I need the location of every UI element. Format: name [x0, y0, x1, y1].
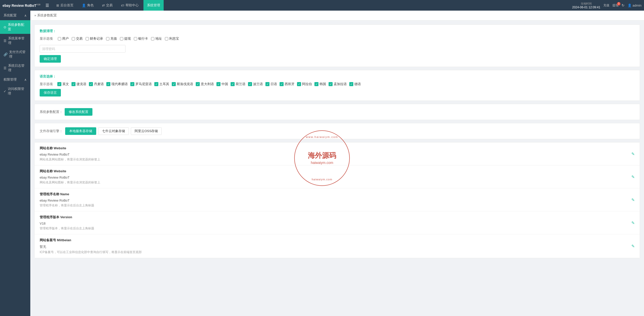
- lang-pl[interactable]: ✓波兰语: [248, 82, 263, 86]
- save-language-button[interactable]: 保存语言: [40, 89, 61, 96]
- app-version: V18: [36, 3, 40, 6]
- lang-ms[interactable]: ✓孟加拉语: [329, 82, 347, 86]
- lang-nl[interactable]: ✓荷兰语: [231, 82, 245, 86]
- recharge-link[interactable]: 充值: [603, 3, 609, 8]
- lang-it[interactable]: ✓意大利语: [196, 82, 214, 86]
- top-nav: ebay Review RoBoTV18 ☰ ⊞后台首页 👤角色 ⇄交易 🏷帮助…: [0, 0, 644, 11]
- storage-tabs: 本地服务器存储 七牛云对象存储 阿里云OSS存储: [65, 127, 162, 135]
- data-clear-checkboxes: 显示选项 用户 交易 财务记录 充值: [40, 36, 635, 41]
- checkbox-address[interactable]: 地址: [151, 36, 162, 41]
- config-item-website-name-2: 网站名称 Website ebay Review RoBoT 网站名及网站图标，…: [35, 165, 640, 188]
- config-desc-3: 管理程序版本，将显示在后台左上角标题: [40, 226, 94, 231]
- user-info[interactable]: 👤 admin: [628, 4, 641, 7]
- content-area: 数据清理： 显示选项 用户 交易 财务记录: [30, 20, 644, 262]
- config-edit-1[interactable]: ✎: [631, 175, 635, 179]
- checkbox-user[interactable]: 用户: [58, 36, 69, 41]
- sidebar-item-log[interactable]: ☰ 系统日志管理: [0, 61, 30, 75]
- language-checkboxes: 显示选项 ✓英文 ✓捷克语 ✓丹麦语 ✓现代希腊语 ✓罗马尼亚语 ✓土耳其 ✓斯…: [40, 82, 635, 86]
- language-title: 语言选择：: [40, 74, 635, 79]
- file-storage-label: 文件存储引擎：: [40, 129, 63, 133]
- sidebar-item-menu[interactable]: ☰ 系统菜单管理: [0, 34, 30, 47]
- lang-display-label: 显示选项: [40, 82, 53, 86]
- config-edit-0[interactable]: ✎: [631, 152, 635, 156]
- config-item-icp: 网站备案号 Miitbeian 暂无 ICP备案号，可以在工业和信息化部中查询自…: [35, 234, 640, 258]
- file-storage-section: 文件存储引擎： 本地服务器存储 七牛云对象存储 阿里云OSS存储: [34, 123, 640, 139]
- config-desc-4: ICP备案号，可以在工业和信息化部中查询自行填写，将显示在前端首页底部: [40, 250, 142, 254]
- nav-transaction[interactable]: ⇄交易: [98, 0, 116, 11]
- lang-ko[interactable]: ✓韩国: [314, 82, 326, 86]
- config-title-4: 网站备案号 Miitbeian: [40, 238, 142, 242]
- config-edit-3[interactable]: ✎: [631, 221, 635, 225]
- language-section: 语言选择： 显示选项 ✓英文 ✓捷克语 ✓丹麦语 ✓现代希腊语 ✓罗马尼亚语 ✓…: [34, 70, 640, 101]
- sidebar-item-payment[interactable]: 🔗 支付方式管理: [0, 47, 30, 61]
- modify-system-config-button[interactable]: 修改系统配置: [65, 108, 92, 116]
- config-value-3: V18: [40, 222, 94, 225]
- sidebar: 系统配置 ∧ ⊙ 系统参数配置 ☰ 系统菜单管理 🔗 支付方式管理 ☰ 系统日志…: [0, 11, 30, 316]
- lang-tr[interactable]: ✓土耳其: [154, 82, 169, 86]
- config-item-website-name-1: 网站名称 Website ebay Review RoBoT 网站名及网站图标，…: [35, 142, 640, 165]
- storage-tab-qiniu[interactable]: 七牛云对象存储: [98, 127, 129, 135]
- checkbox-bank[interactable]: 银行卡: [134, 36, 148, 41]
- nav-help[interactable]: 🏷帮助中心: [117, 0, 142, 11]
- config-value-1: ebay Review RoBoT: [40, 176, 100, 179]
- config-items-container: 网站名称 Website ebay Review RoBoT 网站名及网站图标，…: [34, 142, 640, 258]
- lang-sl[interactable]: ✓斯洛伐克语: [172, 82, 193, 86]
- file-storage-row: 文件存储引擎： 本地服务器存储 七牛云对象存储 阿里云OSS存储: [40, 127, 635, 135]
- sidebar-group-permission[interactable]: 权限管理 ∧: [0, 75, 30, 84]
- lang-en[interactable]: ✓英文: [57, 82, 69, 86]
- nav-dashboard[interactable]: ⊞后台首页: [53, 0, 77, 11]
- lang-de[interactable]: ✓德语: [349, 82, 361, 86]
- menu-icon: ☰: [4, 39, 7, 43]
- storage-tab-local[interactable]: 本地服务器存储: [65, 127, 96, 135]
- sidebar-group-system-config[interactable]: 系统配置 ∧: [0, 11, 30, 20]
- storage-tab-aliyun[interactable]: 阿里云OSS存储: [131, 127, 162, 135]
- nav-system[interactable]: 系统管理: [143, 0, 164, 11]
- lang-zh[interactable]: ✓中国: [216, 82, 228, 86]
- clear-password-input[interactable]: [40, 45, 126, 53]
- withdraw-link[interactable]: 提现 0: [612, 3, 618, 8]
- lang-ja[interactable]: ✓日语: [265, 82, 277, 86]
- checkbox-interest[interactable]: 利息宝: [165, 36, 179, 41]
- config-title-1: 网站名称 Website: [40, 169, 100, 174]
- log-icon: ☰: [4, 66, 7, 70]
- lang-es[interactable]: ✓西班牙: [280, 82, 294, 86]
- config-value-4: 暂无: [40, 245, 142, 249]
- sys-param-label: 系统参数配置：: [40, 110, 63, 114]
- checkbox-recharge[interactable]: 充值: [106, 36, 117, 41]
- system-params-section: 系统参数配置： 修改系统配置: [34, 104, 640, 120]
- header-right: 当地时间 2024-06-01 12:09:41 充值 提现 0 ↻ 👤 adm…: [572, 2, 641, 9]
- refresh-button[interactable]: ↻: [622, 3, 625, 7]
- lang-ar[interactable]: ✓阿拉伯: [297, 82, 312, 86]
- lang-el[interactable]: ✓现代希腊语: [106, 82, 128, 86]
- sidebar-item-access[interactable]: ✓ 访问权限管理: [0, 84, 30, 98]
- config-edit-2[interactable]: ✎: [631, 198, 635, 202]
- config-edit-4[interactable]: ✎: [631, 244, 635, 249]
- config-title-3: 管理程序版本 Version: [40, 215, 94, 220]
- lang-cs[interactable]: ✓捷克语: [71, 82, 86, 86]
- config-value-2: ebay Review RoBoT: [40, 199, 94, 202]
- main-nav: ⊞后台首页 👤角色 ⇄交易 🏷帮助中心 系统管理: [53, 0, 572, 11]
- layout: 系统配置 ∧ ⊙ 系统参数配置 ☰ 系统菜单管理 🔗 支付方式管理 ☰ 系统日志…: [0, 11, 644, 316]
- app-name: ebay Review RoBoT: [3, 3, 36, 7]
- checkbox-finance[interactable]: 财务记录: [86, 36, 103, 41]
- config-title-2: 管理程序名称 Name: [40, 192, 94, 197]
- display-label: 显示选项: [40, 36, 53, 41]
- config-desc-1: 网站名及网站图标，将显示在浏览器的标签上: [40, 180, 100, 185]
- config-title-0: 网站名称 Website: [40, 146, 100, 151]
- lang-da[interactable]: ✓丹麦语: [89, 82, 104, 86]
- time-block: 当地时间 2024-06-01 12:09:41: [572, 2, 600, 9]
- access-icon: ✓: [4, 89, 6, 93]
- confirm-clear-button[interactable]: 确定清理: [40, 55, 61, 63]
- data-clear-section: 数据清理： 显示选项 用户 交易 财务记录: [34, 25, 640, 67]
- checkbox-withdraw[interactable]: 提现: [120, 36, 131, 41]
- nav-role[interactable]: 👤角色: [78, 0, 97, 11]
- params-icon: ⊙: [4, 25, 6, 29]
- config-desc-0: 网站名及网站图标，将显示在浏览器的标签上: [40, 157, 100, 162]
- checkbox-transaction[interactable]: 交易: [72, 36, 83, 41]
- lang-ro[interactable]: ✓罗马尼亚语: [130, 82, 152, 86]
- menu-toggle-icon[interactable]: ☰: [45, 3, 49, 8]
- config-value-0: ebay Review RoBoT: [40, 153, 100, 156]
- sidebar-item-params[interactable]: ⊙ 系统参数配置: [0, 20, 30, 34]
- breadcrumb: » 系统参数配置: [30, 11, 644, 20]
- config-desc-2: 管理程序名称，将显示在后台左上角标题: [40, 203, 94, 208]
